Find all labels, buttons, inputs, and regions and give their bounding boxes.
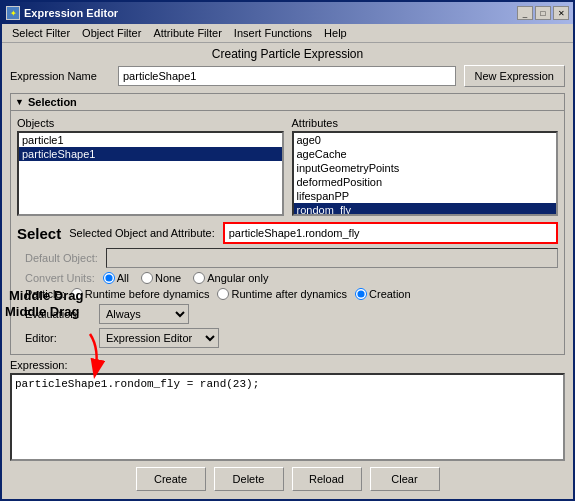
main-window: ✦ Expression Editor _ □ ✕ Select Filter … <box>0 0 575 501</box>
creating-particle-title: Creating Particle Expression <box>10 47 565 61</box>
menu-help[interactable]: Help <box>318 26 353 40</box>
expression-label: Expression: <box>10 359 565 371</box>
objects-label: Objects <box>17 117 284 129</box>
maximize-button[interactable]: □ <box>535 6 551 20</box>
editor-label: Editor: <box>25 332 95 344</box>
delete-object-label: Default Object: <box>25 252 98 264</box>
particle-creation-radio[interactable] <box>355 288 367 300</box>
selection-header-label: Selection <box>28 96 77 108</box>
convert-units-label: Convert Units: <box>25 272 95 284</box>
objects-column: Objects particle1 particleShape1 <box>17 117 284 216</box>
button-row: Create Delete Reload Clear <box>10 461 565 495</box>
clear-button[interactable]: Clear <box>370 467 440 491</box>
convert-none-radio[interactable] <box>141 272 153 284</box>
select-annotation-label: Select <box>17 225 61 242</box>
reload-button[interactable]: Reload <box>292 467 362 491</box>
particle-radio-group: Runtime before dynamics Runtime after dy… <box>71 288 558 300</box>
expression-section: Middle Drag Expression: <box>10 359 565 461</box>
evaluation-select[interactable]: Always <box>99 304 189 324</box>
particle-runtime-before-option[interactable]: Runtime before dynamics <box>71 288 210 300</box>
attr-age0[interactable]: age0 <box>294 133 557 147</box>
menu-select-filter[interactable]: Select Filter <box>6 26 76 40</box>
objects-listbox[interactable]: particle1 particleShape1 <box>17 131 284 216</box>
menu-insert-functions[interactable]: Insert Functions <box>228 26 318 40</box>
objects-attributes-row: Objects particle1 particleShape1 Attribu… <box>17 117 558 216</box>
particle-row: Particle: Runtime before dynamics Runtim… <box>17 288 558 300</box>
title-buttons: _ □ ✕ <box>517 6 569 20</box>
minimize-button[interactable]: _ <box>517 6 533 20</box>
evaluation-row: Evaluation: Always <box>17 304 558 324</box>
convert-all-option[interactable]: All <box>103 272 129 284</box>
delete-button[interactable]: Delete <box>214 467 284 491</box>
particle-label: Particle: <box>25 288 65 300</box>
menu-attribute-filter[interactable]: Attribute Filter <box>147 26 227 40</box>
menu-bar: Select Filter Object Filter Attribute Fi… <box>2 24 573 43</box>
expression-name-label: Expression Name <box>10 70 110 82</box>
attributes-listbox[interactable]: age0 ageCache inputGeometryPoints deform… <box>292 131 559 216</box>
particle-runtime-after-option[interactable]: Runtime after dynamics <box>217 288 347 300</box>
attr-inputgeometrypoints[interactable]: inputGeometryPoints <box>294 161 557 175</box>
attr-deformedposition[interactable]: deformedPosition <box>294 175 557 189</box>
attr-lifespanpp[interactable]: lifespanPP <box>294 189 557 203</box>
convert-radio-group: All None Angular only <box>103 272 558 284</box>
particle-runtime-after-radio[interactable] <box>217 288 229 300</box>
attributes-label: Attributes <box>292 117 559 129</box>
create-button[interactable]: Create <box>136 467 206 491</box>
particle-creation-option[interactable]: Creation <box>355 288 411 300</box>
expression-textarea[interactable] <box>10 373 565 461</box>
middle-drag-label: Middle Drag <box>5 304 79 319</box>
title-bar-left: ✦ Expression Editor <box>6 6 118 20</box>
attr-agecache[interactable]: ageCache <box>294 147 557 161</box>
expression-name-row: Expression Name New Expression <box>10 65 565 87</box>
expression-name-input[interactable] <box>118 66 456 86</box>
particle-runtime-before-radio[interactable] <box>71 288 83 300</box>
convert-all-radio[interactable] <box>103 272 115 284</box>
selection-header[interactable]: ▼ Selection <box>10 93 565 110</box>
selected-object-label: Selected Object and Attribute: <box>69 227 215 239</box>
selected-object-input[interactable] <box>223 222 558 244</box>
convert-none-option[interactable]: None <box>141 272 181 284</box>
window-title: Expression Editor <box>24 7 118 19</box>
object-item-particle1[interactable]: particle1 <box>19 133 282 147</box>
content-area: Creating Particle Expression Expression … <box>2 43 573 499</box>
delete-object-row: Default Object: <box>17 248 558 268</box>
editor-row: Editor: Expression Editor <box>17 328 558 348</box>
convert-angular-option[interactable]: Angular only <box>193 272 268 284</box>
delete-object-input[interactable] <box>106 248 558 268</box>
selected-object-row: Select Selected Object and Attribute: <box>17 222 558 244</box>
app-icon: ✦ <box>6 6 20 20</box>
title-bar: ✦ Expression Editor _ □ ✕ <box>2 2 573 24</box>
collapse-triangle-icon: ▼ <box>15 97 24 107</box>
attributes-column: Attributes age0 ageCache inputGeometryPo… <box>292 117 559 216</box>
convert-angular-radio[interactable] <box>193 272 205 284</box>
menu-object-filter[interactable]: Object Filter <box>76 26 147 40</box>
new-expression-button[interactable]: New Expression <box>464 65 565 87</box>
editor-select[interactable]: Expression Editor <box>99 328 219 348</box>
selection-box: Objects particle1 particleShape1 Attribu… <box>10 110 565 355</box>
convert-units-row: Convert Units: All None Angular only <box>17 272 558 284</box>
object-item-particleshape1[interactable]: particleShape1 <box>19 147 282 161</box>
attr-rondom-fly[interactable]: rondom_fly <box>294 203 557 216</box>
close-button[interactable]: ✕ <box>553 6 569 20</box>
